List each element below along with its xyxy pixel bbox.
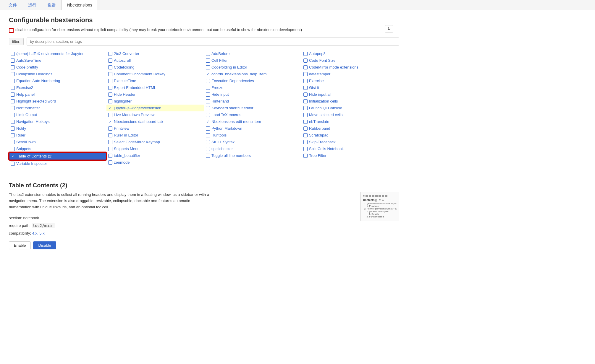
detail-section: Table of Contents (2) The toc2 extension…	[9, 179, 399, 252]
checkbox-icon	[108, 58, 112, 63]
list-item[interactable]: SKILL Syntax	[204, 139, 302, 145]
list-item[interactable]: Move selected cells	[302, 111, 399, 118]
list-item[interactable]: Help panel	[9, 91, 106, 98]
list-item[interactable]: Notify	[9, 125, 106, 132]
list-item[interactable]: Variable Inspector	[9, 160, 106, 167]
list-item[interactable]: Tree Filter	[302, 152, 399, 159]
tab-wenjian[interactable]: 文件	[3, 0, 22, 10]
list-item[interactable]: Hide Header	[106, 91, 204, 98]
list-item[interactable]: nbTranslate	[302, 118, 399, 125]
list-item[interactable]: ✓ Nbextensions dashboard tab	[106, 118, 204, 125]
list-item[interactable]: Equation Auto Numbering	[9, 77, 106, 84]
list-item[interactable]: Python Markdown	[204, 125, 302, 132]
list-item[interactable]: CodeMirror mode extensions	[302, 64, 399, 71]
checkbox-icon	[11, 162, 15, 166]
list-item[interactable]: Toggle all line numbers	[204, 152, 302, 159]
compat-meta-label: compatibility:	[9, 231, 31, 235]
list-item[interactable]: Autoscroll	[106, 57, 204, 64]
list-item[interactable]: 2to3 Converter	[106, 50, 204, 57]
checked-icon: ✓	[206, 120, 210, 124]
list-item[interactable]: Rubberband	[302, 125, 399, 132]
refresh-button[interactable]: ↻	[385, 25, 393, 32]
checkbox-icon	[108, 86, 112, 90]
list-item[interactable]: ExecuteTime	[106, 77, 204, 84]
checkbox-icon	[108, 92, 112, 97]
list-item[interactable]: highlighter	[106, 98, 204, 105]
table-of-contents-item[interactable]: ✓ Table of Contents (2)	[9, 152, 106, 160]
list-item[interactable]: Exercise	[302, 77, 399, 84]
list-item[interactable]: Gist-it	[302, 84, 399, 91]
list-item[interactable]: Execution Dependencies	[204, 77, 302, 84]
checkbox-icon	[108, 72, 112, 76]
list-item[interactable]: ✓ Nbextensions edit menu item	[204, 118, 302, 125]
list-item[interactable]: Hide input all	[302, 91, 399, 98]
list-item[interactable]: Snippets	[9, 145, 106, 152]
list-item[interactable]: isort formatter	[9, 105, 106, 111]
enable-button[interactable]: Enable	[9, 241, 31, 249]
tab-nbextensions[interactable]: Nbextensions	[62, 0, 98, 10]
ext-label: AddBefore	[211, 51, 229, 56]
ext-label: Comment/Uncomment Hotkey	[114, 72, 165, 76]
list-item[interactable]: ✓ contrib_nbextensions_help_item	[204, 71, 302, 77]
list-item[interactable]: Comment/Uncomment Hotkey	[106, 71, 204, 77]
disable-button[interactable]: Disable	[33, 241, 56, 249]
list-item[interactable]: Select CodeMirror Keymap	[106, 139, 204, 145]
list-item[interactable]: Collapsible Headings	[9, 71, 106, 77]
list-item[interactable]: AutoSaveTime	[9, 57, 106, 64]
list-item[interactable]: Scratchpad	[302, 132, 399, 139]
list-item[interactable]: Autopep8	[302, 50, 399, 57]
list-item[interactable]: ✓ jupyter-js-widgets/extension	[106, 105, 204, 111]
list-item[interactable]: Freeze	[204, 84, 302, 91]
list-item[interactable]: Hide input	[204, 91, 302, 98]
ext-label: Gist-it	[309, 85, 319, 90]
list-item[interactable]: Codefolding in Editor	[204, 64, 302, 71]
list-item[interactable]: AddBefore	[204, 50, 302, 57]
list-item[interactable]: Runtools	[204, 132, 302, 139]
checkbox-icon	[206, 58, 210, 63]
list-item[interactable]: (some) LaTeX environments for Jupyter	[9, 50, 106, 57]
filter-label: filter:	[9, 38, 24, 45]
checkbox-icon	[108, 52, 112, 56]
list-item[interactable]: ScrollDown	[9, 139, 106, 145]
list-item[interactable]: Live Markdown Preview	[106, 111, 204, 118]
checkbox-icon	[206, 99, 210, 103]
checkbox-icon	[108, 99, 112, 103]
list-item[interactable]: Split Cells Notebook	[302, 145, 399, 152]
checkbox-icon	[11, 147, 15, 151]
list-item[interactable]: Ruler	[9, 132, 106, 139]
main-content: ↻ Configurable nbextensions disable conf…	[0, 10, 408, 258]
ext-label: ScrollDown	[16, 140, 36, 144]
tab-jiqun[interactable]: 集群	[42, 0, 62, 10]
list-item[interactable]: zenmode	[106, 159, 204, 166]
list-item[interactable]: Navigation-Hotkeys	[9, 118, 106, 125]
list-item[interactable]: Skip-Traceback	[302, 139, 399, 145]
list-item[interactable]: Load TeX macros	[204, 111, 302, 118]
ext-label: Select CodeMirror Keymap	[114, 140, 160, 144]
list-item[interactable]: Code prettify	[9, 64, 106, 71]
list-item[interactable]: Limit Output	[9, 111, 106, 118]
list-item[interactable]: Export Embedded HTML	[106, 84, 204, 91]
list-item[interactable]: Launch QTConsole	[302, 105, 399, 111]
checkbox-icon	[11, 120, 15, 124]
list-item[interactable]: Codefolding	[106, 64, 204, 71]
list-item[interactable]: Highlight selected word	[9, 98, 106, 105]
ext-label: Hinterland	[211, 99, 229, 103]
list-item[interactable]: Initialization cells	[302, 98, 399, 105]
checkbox-icon	[206, 147, 210, 151]
list-item[interactable]: datestamper	[302, 71, 399, 77]
toc-item: 2. Further details	[363, 215, 397, 218]
filter-input[interactable]	[27, 38, 399, 46]
list-item[interactable]: Keyboard shortcut editor	[204, 105, 302, 111]
tab-yunxing[interactable]: 运行	[22, 0, 42, 10]
list-item[interactable]: spellchecker	[204, 145, 302, 152]
list-item[interactable]: Ruler in Editor	[106, 132, 204, 139]
list-item[interactable]: Exercise2	[9, 84, 106, 91]
list-item[interactable]: Code Font Size	[302, 57, 399, 64]
list-item[interactable]: Printview	[106, 125, 204, 132]
section-value-text: notebook	[23, 216, 39, 220]
list-item[interactable]: Cell Filter	[204, 57, 302, 64]
compat-checkbox[interactable]	[9, 28, 14, 33]
list-item[interactable]: table_beautifier	[106, 152, 204, 159]
list-item[interactable]: Snippets Menu	[106, 145, 204, 152]
list-item[interactable]: Hinterland	[204, 98, 302, 105]
